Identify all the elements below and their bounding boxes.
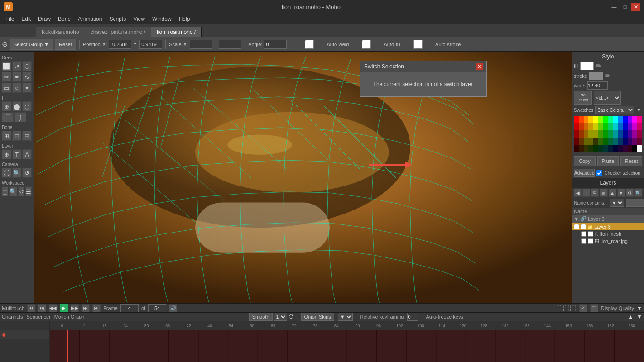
tool-pen2[interactable]: ✒ — [12, 72, 22, 82]
color-swatch-0[interactable] — [574, 116, 579, 123]
dialog-close-button[interactable]: ✕ — [476, 63, 483, 70]
tool-pen[interactable]: ✏ — [2, 72, 11, 82]
color-swatch-1[interactable] — [579, 116, 584, 123]
canvas-area[interactable]: Switch Selection ✕ The current selection… — [34, 52, 572, 303]
color-swatch-26[interactable] — [632, 123, 637, 130]
preset-select[interactable]: <pl...> — [594, 91, 621, 105]
smooth-button[interactable]: Smooth — [249, 313, 273, 321]
reset-button[interactable]: Reset — [620, 156, 642, 166]
sequencer-tab[interactable]: Sequencer — [26, 314, 50, 319]
move-icon[interactable]: ⊕ — [2, 40, 8, 48]
reset-button[interactable]: Reset — [55, 39, 76, 50]
tab-chavez[interactable]: chavez_pintura.moho / — [85, 27, 151, 37]
color-swatch-33[interactable] — [598, 130, 603, 138]
play-button[interactable]: ▶ — [60, 304, 68, 312]
color-swatch-37[interactable] — [618, 130, 623, 138]
motion-graph-tab[interactable]: Motion Graph — [54, 314, 85, 319]
menu-file[interactable]: File — [2, 15, 18, 23]
filter-dropdown[interactable]: ▼ — [610, 199, 624, 207]
tool-ws3[interactable]: ↺ — [18, 186, 24, 196]
tool-select[interactable]: ⬜ — [2, 61, 11, 71]
color-swatch-52[interactable] — [623, 138, 628, 145]
auto-fill-checkbox[interactable] — [351, 40, 382, 49]
color-swatch-22[interactable] — [613, 123, 618, 130]
tool-ws1[interactable]: ⬚ — [2, 186, 8, 196]
color-swatch-63[interactable] — [608, 145, 613, 152]
onion-dropdown[interactable]: ▼ — [338, 313, 353, 321]
onion-skins-button[interactable]: Onion Skins — [301, 313, 334, 321]
layers-back-button[interactable]: ◀ — [574, 189, 582, 197]
advanced-button[interactable]: Advanced — [574, 169, 595, 177]
filter-input[interactable] — [626, 199, 644, 207]
color-swatch-46[interactable] — [593, 138, 598, 145]
tool-bone2[interactable]: ⊡ — [12, 131, 22, 141]
lionmesh-vis-b[interactable] — [588, 231, 593, 237]
color-swatch-42[interactable] — [574, 138, 579, 145]
tool-arc[interactable]: ⌒ — [2, 112, 14, 122]
color-swatch-64[interactable] — [613, 145, 618, 152]
tool-ws4[interactable]: ☰ — [25, 186, 32, 196]
display-icon-button[interactable]: ⬚ — [590, 304, 598, 312]
color-swatch-47[interactable] — [598, 138, 603, 145]
color-swatch-35[interactable] — [608, 130, 613, 138]
tool-layer1[interactable]: ⊕ — [2, 149, 11, 159]
color-swatch-65[interactable] — [618, 145, 623, 152]
tab-kukulkan[interactable]: Kukulkan.moho — [36, 27, 85, 37]
menu-bone[interactable]: Bone — [54, 15, 74, 23]
color-swatch-25[interactable] — [628, 123, 633, 130]
color-swatch-34[interactable] — [603, 130, 608, 138]
layers-search-button[interactable]: 🔍 — [634, 189, 642, 197]
color-swatch-18[interactable] — [593, 123, 598, 130]
color-swatch-51[interactable] — [618, 138, 623, 145]
tool-fill[interactable]: ⊕ — [2, 101, 11, 111]
width-input[interactable] — [587, 81, 608, 90]
checker-checkbox[interactable] — [596, 170, 602, 176]
layers-item-lionmesh[interactable]: ⬡ lion mesh — [572, 230, 644, 238]
color-swatch-67[interactable] — [628, 145, 633, 152]
layer3-vis-a[interactable] — [574, 224, 579, 229]
color-swatch-36[interactable] — [613, 130, 618, 138]
tool-circle[interactable]: ○ — [12, 83, 22, 93]
y-input[interactable] — [139, 40, 162, 49]
tool-bone3[interactable]: ⊟ — [22, 131, 32, 141]
color-swatch-68[interactable] — [632, 145, 637, 152]
layer3-vis-b[interactable] — [581, 224, 586, 229]
color-swatch-9[interactable] — [618, 116, 623, 123]
menu-window[interactable]: Window — [149, 15, 175, 23]
tool-layer3[interactable]: A — [22, 149, 32, 159]
auto-stroke-checkbox[interactable] — [402, 40, 434, 49]
color-swatch-2[interactable] — [584, 116, 589, 123]
total-frames-input[interactable] — [148, 304, 166, 312]
sy-input[interactable] — [219, 40, 241, 49]
color-swatch-30[interactable] — [584, 130, 589, 138]
stroke-color-swatch[interactable] — [589, 72, 603, 80]
auto-weld-checkbox[interactable] — [293, 40, 325, 49]
color-swatch-3[interactable] — [588, 116, 593, 123]
tool-paint[interactable]: ⬤ — [12, 101, 22, 111]
tool-eraser[interactable]: ◌ — [22, 101, 32, 111]
expand-up-button[interactable]: ▲ — [628, 314, 633, 320]
select-group-button[interactable]: Select Group ▼ — [10, 39, 53, 50]
color-swatch-20[interactable] — [603, 123, 608, 130]
color-swatch-19[interactable] — [598, 123, 603, 130]
paste-button[interactable]: Paste — [597, 156, 619, 166]
color-swatch-40[interactable] — [632, 130, 637, 138]
tool-bone1[interactable]: ⊞ — [2, 131, 11, 141]
smooth-value-select[interactable]: 1 — [274, 313, 287, 321]
layers-item-layer3[interactable]: 📁 Layer 3 — [572, 223, 644, 230]
tool-star[interactable]: ✦ — [22, 83, 32, 93]
color-swatch-31[interactable] — [588, 130, 593, 138]
layers-settings-button[interactable]: ⚙ — [626, 189, 634, 197]
color-swatch-24[interactable] — [623, 123, 628, 130]
color-swatch-29[interactable] — [579, 130, 584, 138]
prev-keyframe-button[interactable]: ⏭ — [38, 304, 46, 312]
color-swatch-55[interactable] — [637, 138, 642, 145]
layers-move-down-button[interactable]: ▼ — [617, 189, 625, 197]
fill-edit-icon[interactable]: ✏ — [596, 62, 601, 70]
tool-cam1[interactable]: ⛶ — [2, 168, 11, 178]
tool-rect[interactable]: ▭ — [2, 83, 11, 93]
color-swatch-11[interactable] — [628, 116, 633, 123]
color-swatch-61[interactable] — [598, 145, 603, 152]
stroke-edit-icon[interactable]: ✏ — [605, 71, 610, 80]
current-frame-input[interactable] — [120, 304, 139, 312]
